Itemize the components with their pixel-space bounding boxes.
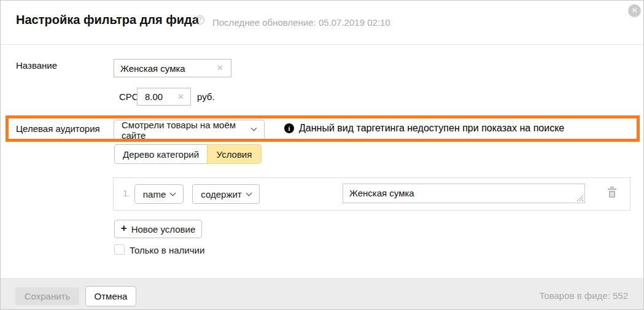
cpc-label: CPC [119, 91, 139, 102]
page-title: Настройка фильтра для фида [16, 13, 199, 27]
condition-field-select[interactable]: name [134, 184, 184, 204]
in-stock-checkbox[interactable] [114, 244, 125, 255]
chevron-down-icon [246, 190, 252, 196]
filter-name-input[interactable] [114, 59, 231, 77]
tab-category-tree[interactable]: Дерево категорий [114, 144, 208, 164]
header-divider [1, 44, 643, 45]
currency-label: руб. [197, 91, 215, 102]
condition-index: 1. [123, 188, 131, 198]
condition-operator-value: содержит [201, 189, 241, 200]
audience-label: Целевая аудитория [16, 123, 100, 134]
audience-select-value: Смотрели товары на моём сайте [122, 120, 246, 141]
close-icon[interactable]: ✕ [628, 4, 641, 17]
cancel-button[interactable]: Отмена [85, 286, 136, 306]
tab-label: Дерево категорий [123, 149, 199, 160]
items-count-text: Товаров в фиде: 552 [539, 290, 628, 301]
clear-name-icon[interactable]: ✕ [217, 63, 223, 72]
clear-cpc-icon[interactable]: ✕ [177, 92, 184, 101]
chevron-down-icon [251, 125, 257, 131]
tab-label: Условия [217, 149, 252, 160]
help-icon[interactable]: ? [195, 15, 204, 25]
audience-select[interactable]: Смотрели товары на моём сайте [114, 120, 265, 140]
dialog-footer: Сохранить Отмена Товаров в фиде: 552 [1, 278, 643, 310]
add-condition-label: Новое условие [131, 224, 196, 234]
in-stock-label: Только в наличии [130, 245, 204, 255]
condition-field-value: name [143, 189, 166, 200]
name-label: Название [16, 60, 57, 71]
chevron-down-icon [170, 190, 176, 196]
add-condition-button[interactable]: + Новое условие [114, 220, 202, 238]
condition-value-textarea[interactable]: Женская сумка [343, 184, 585, 203]
save-button[interactable]: Сохранить [15, 287, 79, 305]
trash-icon[interactable] [607, 187, 618, 199]
plus-icon: + [121, 222, 127, 234]
tab-conditions[interactable]: Условия [207, 144, 262, 164]
last-update-text: Последнее обновление: 05.07.2019 02:10 [212, 17, 390, 28]
filter-settings-dialog: Настройка фильтра для фида ? Последнее о… [0, 0, 644, 310]
info-icon: i [284, 123, 294, 133]
condition-operator-select[interactable]: содержит [192, 184, 260, 204]
audience-info-text: Данный вид таргетинга недоступен при пок… [299, 123, 564, 134]
